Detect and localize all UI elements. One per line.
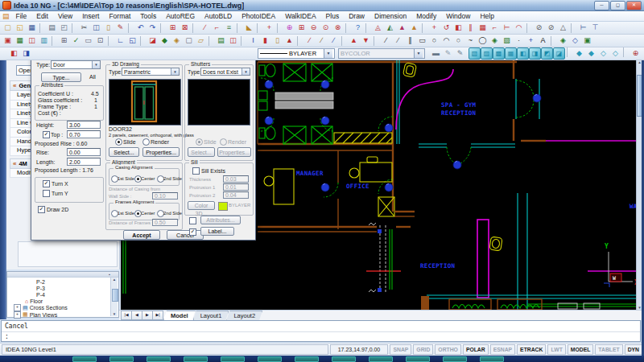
attributes-checkbox[interactable] xyxy=(189,217,196,224)
view-se-iso-icon[interactable]: ▨ xyxy=(481,47,493,60)
wall-side-field[interactable]: 0.10 xyxy=(152,192,178,200)
taskbar-item[interactable] xyxy=(332,356,356,362)
view-diamond-icon[interactable]: ◇ xyxy=(569,35,581,47)
openings-icon[interactable]: ◭ xyxy=(384,22,396,34)
new-icon[interactable]: ▢ xyxy=(2,22,14,34)
top-checkbox[interactable] xyxy=(43,131,50,138)
slide-radio[interactable] xyxy=(115,138,122,146)
cancel-button[interactable]: Cancel xyxy=(167,230,204,240)
length-field[interactable]: 2.00 xyxy=(67,158,101,166)
dim-vertical-icon[interactable]: ⊤ xyxy=(589,22,601,34)
scrollbar-thumb[interactable] xyxy=(112,289,118,302)
menu-file[interactable]: File xyxy=(11,12,32,20)
taskbar-item[interactable] xyxy=(369,356,393,362)
taskbar-item[interactable] xyxy=(109,356,134,362)
layers-icon[interactable]: ⊞ xyxy=(167,22,179,34)
shutters-type-select[interactable]: Does not Exist▼ xyxy=(200,68,250,76)
walls-icon[interactable]: ◬ xyxy=(372,22,384,34)
table-icon[interactable]: ⊞ xyxy=(58,35,70,47)
toggle-polar[interactable]: POLAR xyxy=(463,344,489,355)
view-block-icon[interactable]: ◈ xyxy=(557,35,569,47)
help-icon[interactable]: ? xyxy=(352,22,364,34)
tab-layout2[interactable]: Layout2 xyxy=(226,311,262,320)
copy-icon[interactable]: ◫ xyxy=(90,22,102,34)
menu-window[interactable]: Window xyxy=(441,12,475,20)
entity-red-icon[interactable]: ◧ xyxy=(8,47,20,60)
ellipse-icon[interactable]: ◯ xyxy=(477,35,489,47)
height-field[interactable]: 3.00 xyxy=(67,121,101,129)
view-left-icon[interactable]: ◩ xyxy=(541,47,553,60)
tri-down-icon[interactable]: ▼ xyxy=(360,35,372,47)
match-properties-icon[interactable]: ✎ xyxy=(114,22,126,34)
zoom-previous-icon[interactable]: ⊖ xyxy=(308,22,320,34)
block-insert-icon[interactable]: ◈ xyxy=(171,35,183,47)
trim-icon[interactable]: ⌐ xyxy=(489,22,501,34)
taskbar-item[interactable] xyxy=(480,356,504,362)
orbit-d-icon[interactable]: ◇ xyxy=(609,47,621,60)
text-A-icon[interactable]: A xyxy=(537,35,549,47)
tri-up-icon[interactable]: ▲ xyxy=(348,35,360,47)
rectangle-icon[interactable]: ▭ xyxy=(416,35,428,47)
3d-type-select[interactable]: Parametric▼ xyxy=(122,68,180,76)
corner-tool-icon[interactable]: ∟ xyxy=(114,35,126,47)
toggle-lwt[interactable]: LWT xyxy=(547,344,565,355)
taskbar-item[interactable] xyxy=(406,356,430,362)
type-button[interactable]: Type... xyxy=(41,72,81,82)
render-radio[interactable] xyxy=(142,138,150,146)
circle-icon[interactable]: ○ xyxy=(452,35,464,47)
taskbar-item[interactable] xyxy=(295,356,319,362)
turn-y-checkbox[interactable] xyxy=(43,190,50,197)
zoom-in-icon[interactable]: ⊕ xyxy=(630,47,642,60)
raise-icon[interactable]: ▲ xyxy=(283,35,295,47)
redo-icon[interactable]: ↷ xyxy=(147,22,159,34)
pencil-blue-icon[interactable]: ∕ xyxy=(328,35,340,47)
draw-polyline-icon[interactable]: ⌐ xyxy=(211,22,223,34)
thickness-field[interactable]: 0.03 xyxy=(223,175,249,183)
menu-photoidea[interactable]: PhotoIDEA xyxy=(237,12,280,20)
tree-item-plan-views[interactable]: +▦Plan Views xyxy=(9,311,118,318)
no-snap-b-icon[interactable]: ⊘ xyxy=(545,22,557,34)
move-icon[interactable]: + xyxy=(428,22,440,34)
text-cursor-icon[interactable]: I xyxy=(247,35,259,47)
toggle-ortho[interactable]: ORTHO xyxy=(435,344,461,355)
turn-x-checkbox[interactable] xyxy=(43,180,50,187)
minimize-button[interactable]: ─ xyxy=(594,1,609,10)
layer-states-icon[interactable]: ⊠ xyxy=(179,22,191,34)
tab-nav-first[interactable]: |◀ xyxy=(121,311,132,320)
region-tool-icon[interactable]: ◱ xyxy=(126,35,138,47)
accept-button[interactable]: Accept xyxy=(123,230,160,240)
image-attach-icon[interactable]: ▤ xyxy=(215,35,227,47)
taskbar-item[interactable] xyxy=(72,356,97,362)
view-ne-iso-icon[interactable]: ▩ xyxy=(493,47,505,60)
no-snap-a-icon[interactable]: ⊘ xyxy=(533,22,545,34)
taskbar-item[interactable] xyxy=(147,356,171,362)
draw-2d-checkbox[interactable] xyxy=(38,206,45,213)
command-line[interactable]: Cancel : xyxy=(1,320,641,342)
tree-item-floor[interactable]: ⌂Floor xyxy=(9,298,118,305)
tree-scrollbar[interactable]: ▲ ▼ xyxy=(110,278,118,316)
grid-style-icon[interactable]: ▦ xyxy=(14,35,26,47)
block-icon[interactable]: ◈ xyxy=(489,35,501,47)
extend-icon[interactable]: ⊢ xyxy=(501,22,513,34)
construction-icon[interactable]: + xyxy=(525,35,537,47)
tab-nav-prev[interactable]: ◀ xyxy=(131,311,142,320)
pan-icon[interactable]: + xyxy=(263,22,275,34)
taskbar-item[interactable] xyxy=(258,356,282,362)
group-box-icon[interactable]: ▢ xyxy=(183,35,195,47)
zoom-window-icon[interactable]: ⊞ xyxy=(295,22,308,34)
tree-item-p-4[interactable]: P-4 xyxy=(9,291,118,298)
pen-settings-icon[interactable]: ✎ xyxy=(442,47,454,60)
paste-icon[interactable]: ▯ xyxy=(102,22,114,34)
undo-icon[interactable]: ↶ xyxy=(134,22,147,34)
chevron-down-icon[interactable]: ▼ xyxy=(171,68,179,75)
polygon-icon[interactable]: ○ xyxy=(428,35,440,47)
table-props-icon[interactable]: ⊡ xyxy=(94,35,106,47)
pencil-red-icon[interactable]: ∕ xyxy=(303,35,316,47)
orbit-c-icon[interactable]: ◇ xyxy=(597,47,609,60)
color-combo[interactable]: BYCOLOR ▼ xyxy=(338,48,425,59)
layout-grid-icon[interactable]: ◫ xyxy=(26,35,38,47)
lineweight-icon[interactable]: ▬ xyxy=(430,47,442,60)
frame-tool-icon[interactable]: ◫ xyxy=(227,35,239,47)
view-nw-iso-icon[interactable]: ▦ xyxy=(505,47,517,60)
scroll-up-icon[interactable]: ▲ xyxy=(111,278,118,282)
